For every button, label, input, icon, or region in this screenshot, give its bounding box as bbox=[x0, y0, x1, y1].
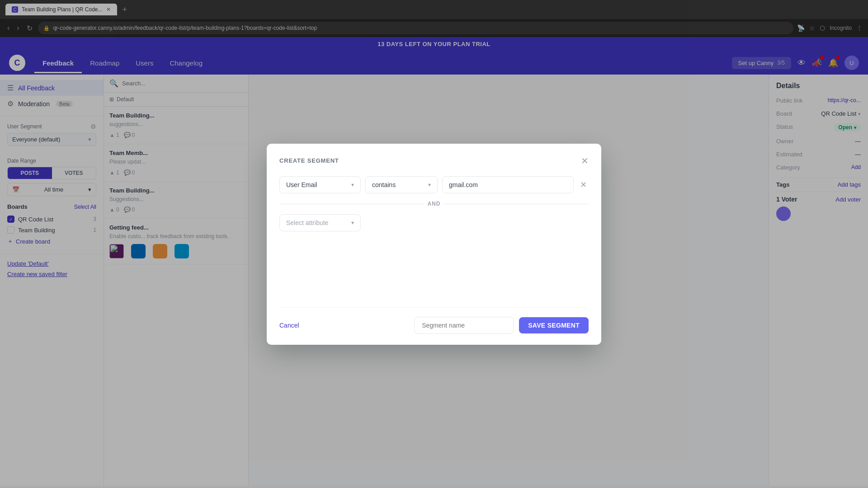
segment-name-input[interactable] bbox=[414, 317, 514, 334]
operator-select[interactable]: contains ▾ bbox=[365, 176, 438, 193]
filter-row-1: User Email ▾ contains ▾ ✕ bbox=[279, 176, 589, 193]
modal-footer: Cancel SAVE SEGMENT bbox=[279, 307, 589, 334]
footer-right: SAVE SEGMENT bbox=[414, 317, 589, 334]
modal-header: CREATE SEGMENT ✕ bbox=[279, 156, 589, 165]
modal-spacer bbox=[279, 239, 589, 293]
modal-close-button[interactable]: ✕ bbox=[581, 156, 589, 165]
and-divider: AND bbox=[279, 201, 589, 207]
modal-title: CREATE SEGMENT bbox=[279, 157, 339, 164]
clear-filter-button[interactable]: ✕ bbox=[578, 178, 589, 192]
create-segment-modal: CREATE SEGMENT ✕ User Email ▾ contains ▾… bbox=[267, 144, 601, 345]
attribute-label: User Email bbox=[286, 181, 317, 188]
filter-row-2: Select attribute ▾ bbox=[279, 214, 589, 231]
select-attribute-chevron-icon: ▾ bbox=[351, 220, 354, 226]
modal-overlay[interactable]: CREATE SEGMENT ✕ User Email ▾ contains ▾… bbox=[0, 0, 868, 486]
operator-label: contains bbox=[372, 181, 396, 188]
attribute-select[interactable]: User Email ▾ bbox=[279, 176, 361, 193]
cancel-button[interactable]: Cancel bbox=[279, 318, 299, 333]
select-attribute-dropdown[interactable]: Select attribute ▾ bbox=[279, 214, 361, 231]
attribute-chevron-icon: ▾ bbox=[351, 182, 354, 188]
operator-chevron-icon: ▾ bbox=[428, 182, 431, 188]
save-segment-button[interactable]: SAVE SEGMENT bbox=[519, 317, 589, 333]
value-input[interactable] bbox=[442, 176, 574, 193]
select-attribute-label: Select attribute bbox=[286, 219, 328, 226]
